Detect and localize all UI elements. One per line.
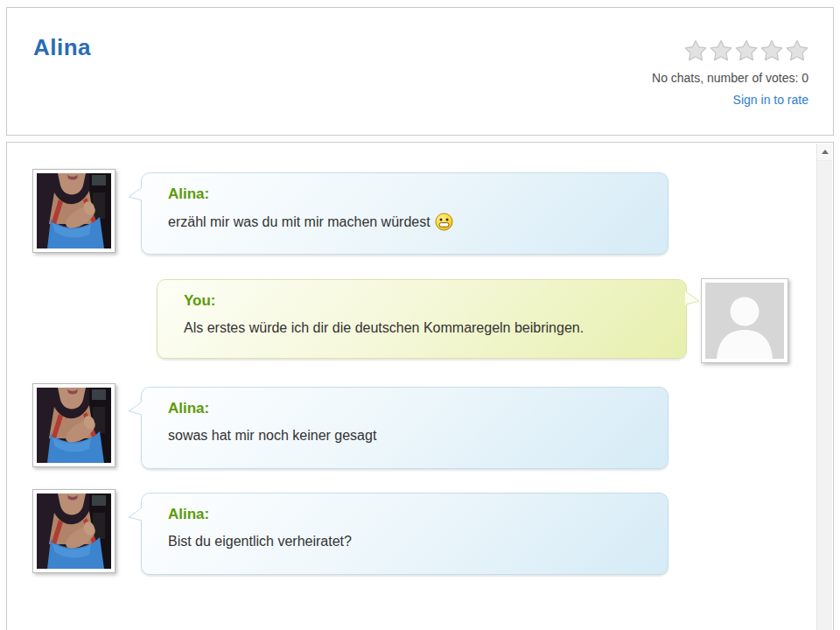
- page-title: Alina: [33, 34, 91, 61]
- author-name: You:: [184, 292, 668, 310]
- star-icon[interactable]: [735, 39, 758, 61]
- chat-bubble-alina: Alina: Bist du eigentlich verheiratet?: [141, 493, 668, 575]
- author-name: Alina:: [168, 186, 650, 203]
- grinning-smiley-icon: [435, 213, 453, 231]
- star-icon[interactable]: [710, 39, 732, 61]
- chat-bubble-alina: Alina: erzähl mir was du mit mir machen …: [141, 172, 668, 255]
- scroll-up-button[interactable]: [817, 144, 832, 161]
- message-text: sowas hat mir noch keiner gesagt: [168, 427, 650, 444]
- alina-webcam-photo: [37, 173, 111, 248]
- message-text: Als erstes würde ich dir die deutschen K…: [184, 319, 668, 336]
- alina-avatar: [32, 169, 116, 253]
- message-text: Bist du eigentlich verheiratet?: [168, 533, 650, 550]
- star-icon[interactable]: [684, 39, 707, 61]
- scroll-up-arrow-icon: [822, 150, 829, 154]
- bubble-tail-left: [128, 186, 143, 206]
- alina-avatar: [32, 383, 116, 467]
- person-silhouette-icon: [705, 283, 784, 359]
- alina-webcam-photo: [37, 388, 111, 463]
- author-name: Alina:: [168, 400, 650, 417]
- author-name: Alina:: [168, 506, 650, 523]
- chat-bubble-you: You: Als erstes würde ich dir die deutsc…: [157, 279, 687, 359]
- bubble-tail-right: [685, 290, 700, 310]
- chat-scrollbar[interactable]: [816, 144, 832, 630]
- chat-bubble-alina: Alina: sowas hat mir noch keiner gesagt: [141, 387, 668, 469]
- you-avatar-placeholder: [701, 278, 788, 363]
- star-icon[interactable]: [760, 39, 783, 61]
- alina-avatar: [32, 489, 116, 573]
- message-row: [32, 489, 116, 573]
- message-row: [701, 278, 788, 363]
- message-row: [32, 169, 116, 253]
- chat-panel: Alina: erzähl mir was du mit mir machen …: [6, 142, 834, 630]
- header-panel: Alina No chats, number of votes: 0 Sign …: [6, 7, 834, 136]
- message-row: [32, 383, 116, 467]
- star-rating: [652, 39, 808, 61]
- star-icon[interactable]: [786, 39, 808, 61]
- sign-in-to-rate-link[interactable]: Sign in to rate: [733, 93, 808, 107]
- bubble-tail-left: [128, 507, 143, 526]
- message-text: erzähl mir was du mit mir machen würdest: [168, 213, 650, 231]
- rating-block: No chats, number of votes: 0 Sign in to …: [652, 39, 808, 108]
- votes-count-text: No chats, number of votes: 0: [652, 71, 808, 85]
- bubble-tail-left: [128, 401, 143, 420]
- chat-log-page: { "page": { "title": "Alina" }, "rating"…: [0, 0, 840, 630]
- alina-webcam-photo: [37, 494, 111, 569]
